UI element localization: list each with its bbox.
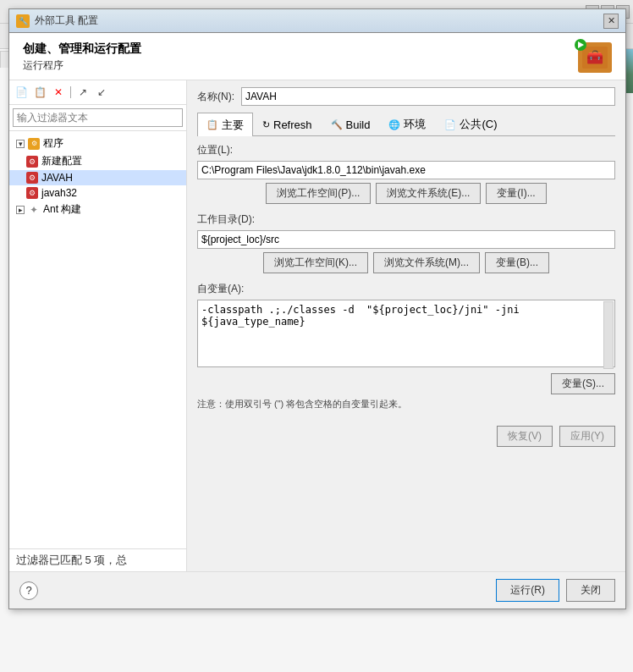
dialog-titlebar: 🔧 外部工具 配置 ✕ xyxy=(9,9,625,33)
new-config-label: 新建配置 xyxy=(41,154,82,168)
import-config-btn[interactable]: ↙ xyxy=(93,84,110,101)
javah32-label: javah32 xyxy=(41,187,77,199)
ant-label: Ant 构建 xyxy=(43,202,81,217)
tab-main-label: 主要 xyxy=(222,118,244,133)
left-panel-toolbar: 📄 📋 ✕ ↗ ↙ xyxy=(9,80,186,105)
delete-config-btn[interactable]: ✕ xyxy=(50,84,67,101)
copy-config-btn[interactable]: 📋 xyxy=(31,84,48,101)
variables-btn[interactable]: 变量(I)... xyxy=(486,183,546,204)
tab-refresh[interactable]: ↻ Refresh xyxy=(253,113,322,135)
footer-right: 运行(R) 关闭 xyxy=(496,579,615,602)
close-dialog-btn[interactable]: 关闭 xyxy=(566,579,615,602)
location-label: 位置(L): xyxy=(197,143,615,157)
filter-input[interactable] xyxy=(13,108,183,127)
name-input[interactable] xyxy=(241,87,615,106)
tab-build-label: Build xyxy=(346,118,371,131)
tab-refresh-icon: ↻ xyxy=(262,119,270,130)
ant-icon: ✦ xyxy=(28,204,40,216)
help-btn[interactable]: ? xyxy=(19,581,38,600)
location-btn-row: 浏览工作空间(P)... 浏览文件系统(E)... 变量(I)... xyxy=(197,183,615,204)
scrollbar[interactable] xyxy=(603,301,614,369)
right-panel: 名称(N): 📋 主要 ↻ Refresh 🔨 Build 🌐 xyxy=(187,80,625,571)
location-input[interactable] xyxy=(197,161,615,179)
tree-item-ant[interactable]: ▸ ✦ Ant 构建 xyxy=(9,201,186,218)
selfvar-section: 自变量(A): -classpath .;./classes -d "${pro… xyxy=(197,282,615,410)
run-icon xyxy=(575,39,586,51)
tree-item-javah32[interactable]: ⚙ javah32 xyxy=(9,185,186,201)
new-config-btn[interactable]: 📄 xyxy=(13,84,30,101)
browse-filesystem-btn2[interactable]: 浏览文件系统(M)... xyxy=(373,252,480,273)
dialog-close-btn[interactable]: ✕ xyxy=(603,14,619,29)
selfvar-textarea[interactable]: -classpath .;./classes -d "${project_loc… xyxy=(197,300,615,367)
workdir-section: 工作目录(D): 浏览工作空间(K)... 浏览文件系统(M)... 变量(B)… xyxy=(197,212,615,273)
lp-sep xyxy=(70,86,71,98)
workdir-label: 工作目录(D): xyxy=(197,212,615,227)
name-label: 名称(N): xyxy=(197,90,234,104)
javah-label: JAVAH xyxy=(41,172,73,184)
dialog-header-subtitle: 运行程序 xyxy=(23,58,141,73)
tab-main[interactable]: 📋 主要 xyxy=(197,113,253,136)
tab-common[interactable]: 📄 公共(C) xyxy=(435,113,506,135)
restore-apply-row: 恢复(V) 应用(Y) xyxy=(197,426,615,447)
footer-left: ? xyxy=(19,581,38,600)
dialog-header-left: 创建、管理和运行配置 运行程序 xyxy=(23,41,141,73)
config-tabs: 📋 主要 ↻ Refresh 🔨 Build 🌐 环境 📄 公共(C xyxy=(197,113,615,136)
dialog-footer: ? 运行(R) 关闭 xyxy=(9,571,625,609)
tab-common-label: 公共(C) xyxy=(460,117,497,132)
browse-filesystem-btn[interactable]: 浏览文件系统(E)... xyxy=(376,183,481,204)
dialog-body: 📄 📋 ✕ ↗ ↙ ▾ ⚙ 程序 ⚙ 新建 xyxy=(9,80,625,571)
left-panel-footer: 过滤器已匹配 5 项，总 xyxy=(9,548,186,571)
note-text: 注意：使用双引号 (") 将包含空格的自变量引起来。 xyxy=(197,398,615,410)
selfvar-textarea-container: -classpath .;./classes -d "${project_loc… xyxy=(197,300,615,370)
tab-build[interactable]: 🔨 Build xyxy=(322,113,380,135)
browse-workspace-btn[interactable]: 浏览工作空间(P)... xyxy=(266,183,371,204)
variables-btn3[interactable]: 变量(S)... xyxy=(551,373,615,394)
run-triangle xyxy=(578,41,584,48)
run-btn[interactable]: 运行(R) xyxy=(496,579,559,602)
tab-common-icon: 📄 xyxy=(444,119,456,130)
location-section: 位置(L): 浏览工作空间(P)... 浏览文件系统(E)... 变量(I)..… xyxy=(197,143,615,204)
tab-env-label: 环境 xyxy=(404,117,426,132)
tab-refresh-label: Refresh xyxy=(273,118,312,131)
dialog-icon: 🔧 xyxy=(16,14,30,28)
variables-btn2[interactable]: 变量(B)... xyxy=(485,252,549,273)
dialog-header-icon: 🧰 xyxy=(578,42,612,73)
apply-btn[interactable]: 应用(Y) xyxy=(559,426,615,447)
tab-main-icon: 📋 xyxy=(206,119,218,130)
filter-match-text: 过滤器已匹配 5 项，总 xyxy=(16,554,127,566)
tree-item-javah[interactable]: ⚙ JAVAH xyxy=(9,170,186,185)
dialog-header-title: 创建、管理和运行配置 xyxy=(23,41,141,57)
expand-ant[interactable]: ▸ xyxy=(16,206,25,214)
tab-build-icon: 🔨 xyxy=(331,119,343,130)
new-config-icon: ⚙ xyxy=(26,156,38,168)
javah32-icon: ⚙ xyxy=(26,187,38,199)
javah-icon: ⚙ xyxy=(26,172,38,184)
workdir-input[interactable] xyxy=(197,230,615,249)
program-label: 程序 xyxy=(43,136,63,151)
selfvar-btn-row: 变量(S)... xyxy=(197,373,615,394)
dialog-title-left: 🔧 外部工具 配置 xyxy=(16,14,98,28)
name-row: 名称(N): xyxy=(197,87,615,106)
expand-program[interactable]: ▾ xyxy=(16,140,25,148)
workdir-btn-row: 浏览工作空间(K)... 浏览文件系统(M)... 变量(B)... xyxy=(197,252,615,273)
restore-btn[interactable]: 恢复(V) xyxy=(497,426,553,447)
tab-env[interactable]: 🌐 环境 xyxy=(379,113,435,135)
tree-item-new-config[interactable]: ⚙ 新建配置 xyxy=(9,152,186,170)
tree-area: ▾ ⚙ 程序 ⚙ 新建配置 ⚙ JAVAH ⚙ javah32 xyxy=(9,131,186,548)
tree-item-program[interactable]: ▾ ⚙ 程序 xyxy=(9,135,186,152)
program-icon: ⚙ xyxy=(28,138,40,150)
left-panel: 📄 📋 ✕ ↗ ↙ ▾ ⚙ 程序 ⚙ 新建 xyxy=(9,80,187,571)
tab-env-icon: 🌐 xyxy=(388,119,400,130)
export-config-btn[interactable]: ↗ xyxy=(74,84,91,101)
dialog-header: 创建、管理和运行配置 运行程序 🧰 xyxy=(9,33,625,80)
browse-workspace-btn2[interactable]: 浏览工作空间(K)... xyxy=(263,252,368,273)
selfvar-label: 自变量(A): xyxy=(197,282,615,296)
filter-input-container xyxy=(9,105,186,131)
dialog-title: 外部工具 配置 xyxy=(35,14,98,28)
main-dialog: 🔧 外部工具 配置 ✕ 创建、管理和运行配置 运行程序 🧰 📄 📋 ✕ ↗ xyxy=(8,8,626,609)
toolbox-icon: 🧰 xyxy=(582,47,608,69)
